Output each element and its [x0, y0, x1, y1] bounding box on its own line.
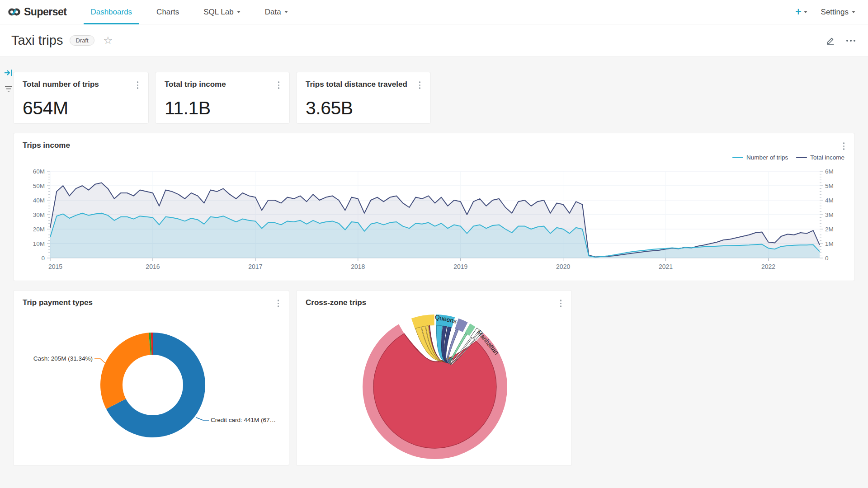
- top-navbar: Superset Dashboards Charts SQL Lab Data …: [0, 0, 868, 24]
- svg-text:2016: 2016: [146, 263, 160, 270]
- svg-text:40M: 40M: [33, 197, 45, 204]
- svg-text:50M: 50M: [33, 183, 45, 189]
- new-item-button[interactable]: +: [795, 7, 807, 17]
- cross-zone-chord-chart[interactable]: ManhattanQueens: [306, 312, 563, 464]
- nav-tab-charts[interactable]: Charts: [144, 0, 191, 24]
- settings-menu[interactable]: Settings: [821, 8, 855, 17]
- kpi-title: Trips total distance traveled: [306, 80, 407, 89]
- svg-text:2022: 2022: [761, 263, 775, 270]
- svg-text:2018: 2018: [351, 263, 365, 270]
- superset-logo[interactable]: Superset: [0, 6, 78, 18]
- status-badge: Draft: [70, 35, 94, 46]
- svg-text:0: 0: [41, 255, 45, 262]
- kpi-title: Total number of trips: [23, 80, 99, 89]
- svg-text:10M: 10M: [33, 240, 45, 247]
- nav-tab-dashboards[interactable]: Dashboards: [78, 0, 144, 24]
- svg-text:Credit card: 441M (67…: Credit card: 441M (67…: [211, 417, 276, 423]
- chevron-down-icon: [852, 11, 855, 13]
- more-actions-icon[interactable]: [846, 40, 855, 42]
- trips-income-chart[interactable]: 20152016201720182019202020212022010M20M3…: [22, 155, 846, 273]
- trip-payment-types-card: Trip payment types Cash: 205M (31.34%)Cr…: [13, 290, 289, 466]
- svg-text:30M: 30M: [33, 211, 45, 218]
- chart-menu-icon[interactable]: [418, 80, 422, 90]
- cross-zone-trips-card: Cross-zone trips ManhattanQueens: [296, 290, 572, 466]
- chart-menu-icon[interactable]: [136, 80, 140, 90]
- filter-list-icon[interactable]: [4, 84, 14, 94]
- svg-text:4M: 4M: [825, 197, 834, 204]
- svg-text:6M: 6M: [825, 168, 834, 175]
- chart-menu-icon[interactable]: [559, 298, 563, 309]
- dashboard-header: Taxi trips Draft ☆: [0, 24, 868, 57]
- plus-icon: +: [795, 7, 801, 17]
- brand-name: Superset: [24, 6, 66, 18]
- svg-text:2019: 2019: [453, 263, 467, 270]
- kpi-value: 3.65B: [297, 90, 430, 119]
- chart-title: Trips income: [23, 141, 70, 150]
- chart-title: Trip payment types: [23, 298, 93, 307]
- chevron-down-icon: [804, 11, 807, 13]
- svg-text:Cash: 205M (31.34%): Cash: 205M (31.34%): [33, 355, 93, 362]
- nav-tab-sql-lab[interactable]: SQL Lab: [191, 0, 252, 24]
- kpi-value: 654M: [14, 90, 148, 119]
- chevron-down-icon: [237, 11, 241, 13]
- nav-tabs: Dashboards Charts SQL Lab Data: [78, 0, 300, 24]
- page-title: Taxi trips: [11, 33, 63, 48]
- favorite-star-icon[interactable]: ☆: [104, 35, 113, 46]
- svg-text:2017: 2017: [248, 263, 262, 270]
- payment-types-donut-chart[interactable]: Cash: 205M (31.34%)Credit card: 441M (67…: [23, 315, 281, 464]
- svg-text:60M: 60M: [33, 168, 45, 175]
- kpi-card-trip-income: Total trip income 11.1B: [155, 72, 290, 124]
- svg-text:1M: 1M: [825, 240, 834, 247]
- chart-menu-icon[interactable]: [277, 80, 281, 90]
- svg-text:20M: 20M: [33, 226, 45, 233]
- kpi-value: 11.1B: [156, 90, 289, 119]
- expand-filter-bar-icon[interactable]: [4, 68, 14, 78]
- kpi-card-total-trips: Total number of trips 654M: [13, 72, 149, 124]
- kpi-card-total-distance: Trips total distance traveled 3.65B: [296, 72, 431, 124]
- svg-text:0: 0: [825, 255, 829, 262]
- svg-text:5M: 5M: [825, 183, 834, 189]
- svg-text:2021: 2021: [659, 263, 673, 270]
- kpi-title: Total trip income: [165, 80, 226, 89]
- edit-pencil-icon[interactable]: [826, 36, 835, 46]
- svg-text:2020: 2020: [556, 263, 570, 270]
- chart-menu-icon[interactable]: [842, 141, 846, 151]
- superset-logo-icon: [8, 6, 20, 18]
- svg-text:2015: 2015: [48, 263, 62, 270]
- chart-menu-icon[interactable]: [277, 298, 280, 309]
- trips-income-card: Trips income Number of trips Total incom…: [13, 133, 855, 281]
- chevron-down-icon: [284, 11, 288, 13]
- svg-text:3M: 3M: [825, 211, 834, 218]
- nav-tab-data[interactable]: Data: [253, 0, 300, 24]
- chart-title: Cross-zone trips: [306, 298, 366, 307]
- svg-text:2M: 2M: [825, 226, 834, 233]
